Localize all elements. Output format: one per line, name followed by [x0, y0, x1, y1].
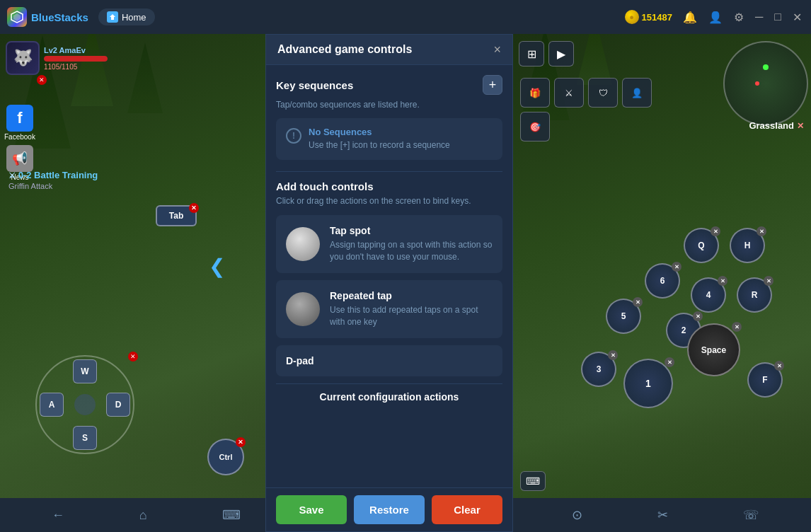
left-game-panel: 🐺 Lv2 AmaEv 1105/1105 ✕ f Facebook 📢 New… [0, 0, 265, 532]
wasd-d-button[interactable]: D [106, 393, 130, 417]
modal-footer: Save Restore Clear [266, 487, 512, 531]
wasd-ring: W A D S [35, 355, 134, 454]
arrow-hud-button[interactable]: ▶ [548, 41, 574, 66]
tap-spot-info: Tap spot Assign tapping on a spot with t… [330, 225, 493, 263]
keyboard-nav-button[interactable]: ⌨ [218, 503, 245, 527]
repeated-tap-desc: Use this to add repeated taps on a spot … [330, 304, 493, 328]
skill-f-close[interactable]: ✕ [774, 361, 784, 371]
back-nav-button[interactable]: ← [47, 504, 69, 527]
add-touch-desc: Click or drag the actions on the screen … [276, 195, 502, 207]
app-title: BlueStacks [31, 11, 88, 23]
tab-x-badge: ✕ [189, 203, 199, 213]
skill-r-button[interactable]: R✕ [737, 277, 772, 313]
no-sequences-title: No Sequences [309, 127, 450, 137]
no-sequences-desc: Use the [+] icon to record a sequence [309, 139, 450, 151]
restore-button[interactable]: Restore [354, 495, 425, 524]
skill-f-button[interactable]: F✕ [747, 362, 783, 398]
repeated-tap-name: Repeated tap [330, 290, 493, 301]
phone-nav-button[interactable]: ☏ [739, 503, 764, 527]
skill-q-close[interactable]: ✕ [711, 226, 720, 236]
ctrl-button[interactable]: Ctrl ✕ [207, 439, 244, 475]
item1-button[interactable]: 🎁 [520, 78, 550, 108]
tap-spot-icon [286, 227, 320, 261]
save-button[interactable]: Save [276, 495, 347, 524]
advanced-controls-modal: Advanced game controls × Key sequences +… [265, 34, 513, 532]
window-close-icon[interactable]: ✕ [790, 8, 804, 26]
location-nav-button[interactable]: ⊙ [568, 503, 587, 527]
skill-4-button[interactable]: 4✕ [691, 277, 726, 313]
key-sequences-desc: Tap/combo sequences are listed here. [276, 99, 502, 111]
add-sequence-button[interactable]: + [483, 75, 502, 95]
repeated-tap-icon [286, 292, 320, 326]
home-nav-bottom-button[interactable]: ⌂ [135, 504, 151, 527]
settings-gear-icon[interactable]: ⚙ [732, 8, 746, 26]
skill-5-button[interactable]: 5✕ [606, 299, 641, 334]
item5-button[interactable]: 🎯 [520, 112, 550, 141]
dpad-name: D-pad [286, 355, 314, 366]
profile-icon[interactable]: 👤 [706, 8, 725, 26]
skill-3-button[interactable]: 3✕ [581, 352, 616, 387]
key-sequences-header: Key sequences + [276, 75, 502, 95]
battle-title: ⚔ 0-2 Battle Training [8, 170, 98, 180]
skill-2-close[interactable]: ✕ [693, 311, 703, 321]
skill-3-close[interactable]: ✕ [608, 350, 618, 360]
grassland-label: Grassland ✕ [749, 120, 804, 131]
scissors-nav-button[interactable]: ✂ [653, 503, 672, 527]
tap-spot-card[interactable]: Tap spot Assign tapping on a spot with t… [276, 215, 502, 273]
char-bar: 🐺 Lv2 AmaEv 1105/1105 ✕ [6, 41, 108, 75]
skill-q-button[interactable]: Q✕ [684, 228, 719, 263]
skill-r-close[interactable]: ✕ [764, 276, 773, 286]
wasd-w-button[interactable]: W [73, 359, 97, 383]
char-info: Lv2 AmaEv 1105/1105 [44, 46, 108, 71]
repeated-tap-info: Repeated tap Use this to add repeated ta… [330, 290, 493, 328]
skill-space-button[interactable]: Space✕ [687, 323, 740, 376]
key-sequences-title: Key sequences [276, 79, 353, 91]
modal-body: Key sequences + Tap/combo sequences are … [266, 65, 512, 487]
skill-6-close[interactable]: ✕ [672, 262, 681, 272]
ctrl-x-badge: ✕ [236, 437, 246, 447]
coin-amount: 151487 [642, 12, 672, 23]
add-touch-title: Add touch controls [276, 180, 502, 192]
modal-close-button[interactable]: × [493, 43, 501, 56]
facebook-item[interactable]: f Facebook [4, 105, 35, 141]
grassland-x-icon[interactable]: ✕ [797, 121, 804, 131]
left-arrow-button[interactable]: ❮ [209, 255, 225, 278]
facebook-label: Facebook [4, 133, 35, 141]
bluestacks-logo [7, 7, 27, 27]
tab-button[interactable]: Tab ✕ [156, 205, 197, 226]
clear-button[interactable]: Clear [432, 495, 502, 524]
item3-button[interactable]: 🛡 [588, 78, 618, 108]
item2-button[interactable]: ⚔ [554, 78, 584, 108]
wasd-center [74, 394, 96, 415]
wasd-s-button[interactable]: S [73, 426, 97, 450]
grid-hud-button[interactable]: ⊞ [519, 41, 544, 66]
wasd-control: W A D S ✕ [35, 355, 134, 454]
skill-6-button[interactable]: 6✕ [645, 263, 680, 299]
skills-area: Q✕ H✕ 6✕ 4✕ R✕ 5✕ 2✕ Space✕ 3✕ [535, 221, 804, 475]
char-hp-bar [44, 56, 108, 62]
skill-h-button[interactable]: H✕ [730, 228, 765, 263]
no-sequences-content: No Sequences Use the [+] icon to record … [309, 127, 450, 151]
skill-h-close[interactable]: ✕ [757, 226, 766, 236]
home-nav-button[interactable]: Home [98, 8, 155, 25]
news-icon: 📢 [6, 145, 33, 172]
skill-5-close[interactable]: ✕ [633, 297, 643, 307]
maximize-icon[interactable]: □ [772, 8, 783, 25]
repeated-tap-card[interactable]: Repeated tap Use this to add repeated ta… [276, 280, 502, 338]
skill-4-close[interactable]: ✕ [718, 276, 727, 286]
battle-info: ⚔ 0-2 Battle Training Griffin Attack [8, 170, 98, 190]
wasd-a-button[interactable]: A [40, 393, 64, 417]
skill-space-close[interactable]: ✕ [732, 322, 742, 332]
notification-bell-icon[interactable]: 🔔 [681, 8, 699, 26]
skill-1-button[interactable]: 1✕ [623, 359, 673, 408]
right-game-panel: ⊞ ▶ Grassland ✕ 🎁 ⚔ 🛡 👤 🎯 ⌨ Q✕ H✕ 6✕ [513, 0, 811, 532]
skill-1-close[interactable]: ✕ [665, 357, 674, 367]
home-icon [107, 11, 118, 23]
modal-title: Advanced game controls [277, 43, 412, 56]
item4-button[interactable]: 👤 [622, 78, 652, 108]
tap-spot-name: Tap spot [330, 225, 493, 236]
tap-spot-desc: Assign tapping on a spot with this actio… [330, 239, 493, 263]
char-hp-fill [44, 56, 108, 62]
minimize-icon[interactable]: ─ [753, 8, 765, 25]
dpad-card[interactable]: D-pad [276, 345, 502, 376]
